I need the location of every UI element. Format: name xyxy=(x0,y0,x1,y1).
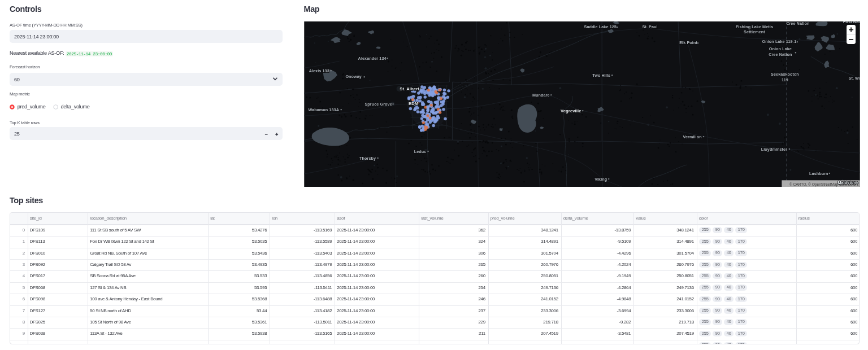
svg-text:Thorsby: Thorsby xyxy=(359,156,376,161)
svg-text:St. Paul: St. Paul xyxy=(642,24,657,29)
svg-text:Maidstone: Maidstone xyxy=(837,180,858,185)
svg-text:Alexander 134: Alexander 134 xyxy=(358,56,386,61)
svg-text:Onion Lake: Onion Lake xyxy=(769,46,791,51)
svg-text:119: 119 xyxy=(781,77,788,82)
svg-text:St. Albert: St. Albert xyxy=(400,86,419,91)
svg-text:First Nati: First Nati xyxy=(843,21,860,24)
svg-text:St. Wall: St. Wall xyxy=(848,76,860,81)
svg-text:Vegreville: Vegreville xyxy=(561,108,581,113)
svg-text:Elk Point: Elk Point xyxy=(679,40,697,45)
svg-text:Vermilion: Vermilion xyxy=(683,134,701,139)
svg-text:Leduc: Leduc xyxy=(414,149,426,154)
svg-text:Settlement: Settlement xyxy=(744,29,765,34)
svg-text:Wabamun 133A: Wabamun 133A xyxy=(308,107,338,112)
svg-text:Seekaskootch: Seekaskootch xyxy=(771,72,799,77)
svg-text:EDM: EDM xyxy=(408,101,418,106)
svg-text:Cree Nation: Cree Nation xyxy=(786,21,809,26)
svg-text:Cree Nation: Cree Nation xyxy=(769,52,792,57)
svg-text:Fishing Lake Metis: Fishing Lake Metis xyxy=(735,24,772,29)
svg-text:Onion Lake 119-1: Onion Lake 119-1 xyxy=(762,39,796,44)
svg-text:Lashburn: Lashburn xyxy=(809,171,828,176)
svg-text:Spruce Grove: Spruce Grove xyxy=(364,102,392,107)
svg-text:Alexis 133: Alexis 133 xyxy=(309,68,329,73)
svg-text:Viking: Viking xyxy=(594,177,607,182)
svg-text:Mundare: Mundare xyxy=(532,93,549,98)
svg-text:Two Hills: Two Hills xyxy=(592,73,610,78)
svg-text:Lloydminster: Lloydminster xyxy=(761,147,787,152)
svg-text:Onoway: Onoway xyxy=(345,74,362,79)
svg-text:Saddle Lake 125: Saddle Lake 125 xyxy=(584,24,616,29)
